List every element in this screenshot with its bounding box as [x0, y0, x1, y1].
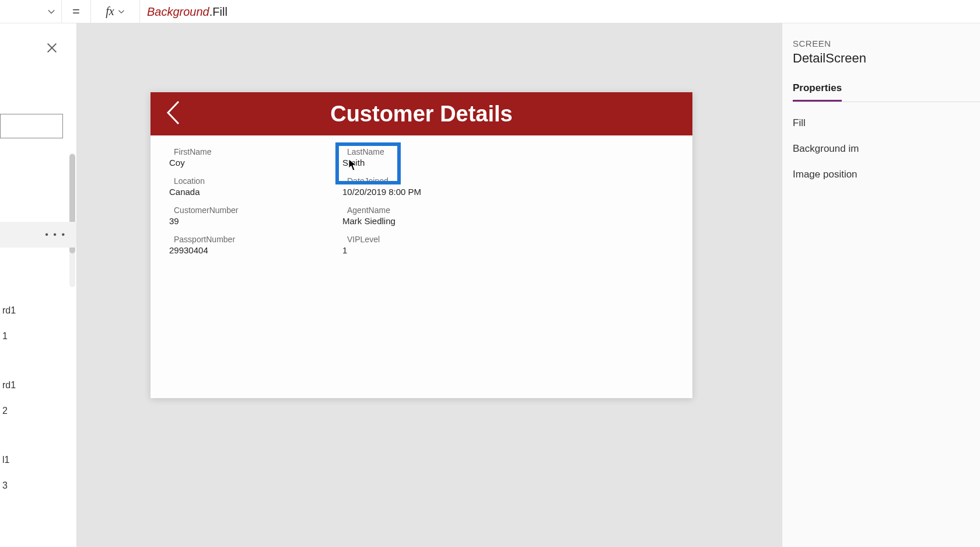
field-label: AgentName [347, 205, 511, 215]
prop-background-image[interactable]: Background im [793, 143, 980, 155]
back-button[interactable] [164, 99, 182, 128]
prop-fill[interactable]: Fill [793, 117, 980, 129]
prop-image-position[interactable]: Image position [793, 169, 980, 180]
field-viplevel[interactable]: VIPLevel 1 [341, 234, 514, 263]
tree-search-input[interactable] [0, 114, 63, 138]
tree-row-label: rd1 [2, 380, 16, 391]
canvas-area[interactable]: Customer Details FirstName Coy LastName … [77, 23, 782, 547]
field-label: FirstName [174, 147, 338, 156]
formula-token-ref: Background [147, 5, 209, 18]
tree-row-more[interactable]: • • • [45, 229, 66, 240]
field-datejoined[interactable]: DateJoined 10/20/2019 8:00 PM [341, 175, 514, 204]
formula-input[interactable]: Background.Fill [140, 5, 980, 19]
panel-kind-label: SCREEN [793, 39, 980, 48]
tree-row-label: rd1 [2, 305, 16, 316]
tree-row[interactable]: rd1 [0, 298, 76, 323]
field-value: Canada [169, 187, 338, 197]
tree-row[interactable]: l1 [0, 447, 76, 473]
screen-title: Customer Details [330, 102, 513, 127]
field-value: 39 [169, 216, 338, 226]
close-tree-button[interactable] [44, 40, 60, 56]
chevron-down-icon [118, 8, 125, 15]
panel-property-list: Fill Background im Image position [793, 117, 980, 180]
formula-bar: = fx Background.Fill [0, 0, 980, 23]
tree-row-label: 3 [2, 480, 8, 491]
properties-panel: SCREEN DetailScreen Properties Fill Back… [782, 23, 980, 547]
panel-tabs: Properties [793, 82, 980, 102]
tree-row-label: l1 [2, 455, 9, 465]
field-value: Mark Siedling [342, 216, 511, 226]
field-label: DateJoined [347, 176, 511, 186]
tree-panel: • • • rd1 1 rd1 2 l1 3 [0, 23, 77, 547]
tree-row-selected[interactable]: • • • [0, 222, 76, 248]
tree-row[interactable]: 3 [0, 473, 76, 499]
tree-row[interactable]: 1 [0, 323, 76, 349]
field-value: 10/20/2019 8:00 PM [342, 187, 511, 197]
field-label: LastName [347, 147, 511, 156]
chevron-down-icon [47, 8, 55, 16]
equals-label: = [62, 0, 91, 23]
close-icon [46, 41, 58, 54]
tree-row-label: 1 [2, 331, 8, 342]
screen-header: Customer Details [150, 92, 692, 135]
tab-properties[interactable]: Properties [793, 82, 842, 102]
field-location[interactable]: Location Canada [168, 175, 341, 204]
field-value: Smith [342, 158, 511, 168]
fx-label: fx [106, 5, 114, 18]
field-lastname[interactable]: LastName Smith [341, 146, 514, 175]
property-dropdown[interactable] [0, 0, 62, 23]
field-value: 1 [342, 245, 511, 255]
tree-nodes: • • • rd1 1 rd1 2 l1 3 [0, 222, 76, 499]
tree-row[interactable]: rd1 [0, 372, 76, 398]
field-customernumber[interactable]: CustomerNumber 39 [168, 204, 341, 234]
field-value: 29930404 [169, 245, 338, 255]
field-label: VIPLevel [347, 235, 511, 244]
field-value: Coy [169, 158, 338, 168]
field-label: CustomerNumber [174, 205, 338, 215]
field-firstname[interactable]: FirstName Coy [168, 146, 341, 175]
field-label: Location [174, 176, 338, 186]
tree-row-label: 2 [2, 406, 8, 416]
detail-screen[interactable]: Customer Details FirstName Coy LastName … [150, 92, 692, 398]
detail-form[interactable]: FirstName Coy LastName Smith Location Ca… [150, 135, 692, 273]
field-label: PassportNumber [174, 235, 338, 244]
tree-row[interactable]: 2 [0, 398, 76, 424]
panel-screen-name: DetailScreen [793, 51, 980, 66]
formula-token-prop: Fill [212, 5, 228, 18]
field-passportnumber[interactable]: PassportNumber 29930404 [168, 234, 341, 263]
chevron-left-icon [164, 99, 182, 126]
fx-button[interactable]: fx [91, 0, 140, 23]
field-agentname[interactable]: AgentName Mark Siedling [341, 204, 514, 234]
